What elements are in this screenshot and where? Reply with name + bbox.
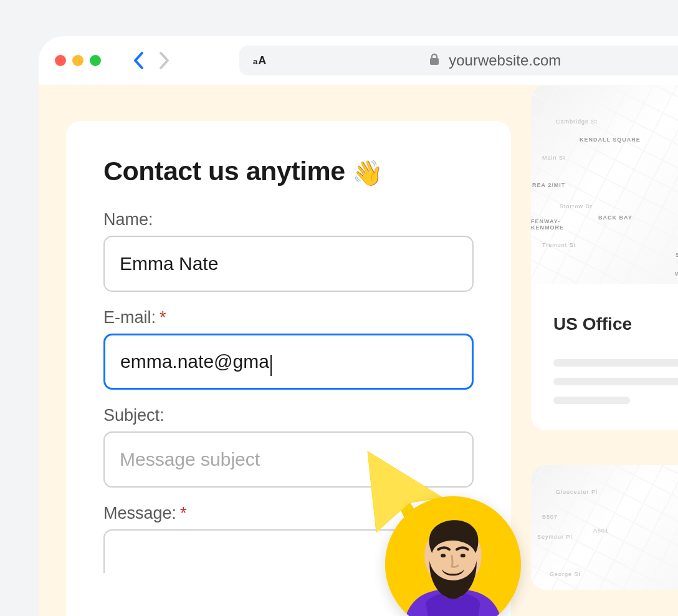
page-title-text: Contact us anytime — [103, 156, 345, 186]
map-label: REA 2/MIT — [532, 182, 565, 188]
field-email: E-mail: * emma.nate@gma — [103, 308, 474, 390]
window-zoom-button[interactable] — [90, 55, 101, 66]
skeleton-line — [553, 397, 630, 404]
map-label: Gloucester Pl — [556, 489, 598, 495]
nav-arrows — [132, 51, 171, 70]
label-subject: Subject: — [103, 406, 474, 425]
message-input[interactable] — [103, 529, 474, 573]
page-viewport: Contact us anytime 👋 Name: E-mail: * — [39, 85, 678, 616]
map-thumbnail[interactable]: CHARL BUNKER H Cambridge St KENDALL SQUA… — [531, 85, 678, 284]
skeleton-line — [553, 378, 678, 385]
nav-back-button[interactable] — [132, 51, 146, 70]
map-label: A501 — [593, 527, 609, 534]
url-text: yourwebsite.com — [449, 52, 561, 69]
office-card-2: Ulster Terra Gloucester Pl A501 B507 Sey… — [531, 465, 678, 590]
field-name: Name: — [103, 210, 474, 292]
map-label: Tremont St — [542, 242, 576, 248]
browser-window: aA yourwebsite.com Contact us anytime 👋 — [39, 36, 678, 616]
browser-chrome: aA yourwebsite.com — [39, 36, 678, 85]
office-card-us: CHARL BUNKER H Cambridge St KENDALL SQUA… — [531, 85, 678, 430]
label-email: E-mail: * — [103, 308, 474, 327]
map-label: SOUTH END — [676, 252, 678, 258]
window-close-button[interactable] — [55, 55, 66, 66]
map-label: George St — [550, 571, 581, 577]
field-message: Message: * — [103, 504, 474, 573]
office-title: US Office — [553, 314, 678, 334]
field-subject: Subject: — [103, 406, 474, 488]
map-label: Seymour Pl — [537, 534, 573, 540]
map-label: KENDALL SQUARE — [580, 137, 641, 143]
window-minimize-button[interactable] — [72, 55, 84, 66]
label-message-text: Message: — [103, 504, 176, 523]
office-info: US Office — [531, 284, 678, 430]
name-input[interactable] — [103, 236, 474, 292]
map-label: SOUTH OF WASHINGTON — [669, 264, 678, 277]
label-message: Message: * — [103, 504, 474, 523]
svg-rect-0 — [430, 58, 439, 65]
required-star: * — [180, 505, 187, 522]
subject-input[interactable] — [103, 431, 474, 488]
text-caret — [270, 355, 272, 376]
map-label: Storrow Dr — [560, 203, 593, 209]
app-stage: aA yourwebsite.com Contact us anytime 👋 — [0, 0, 678, 616]
email-input-value: emma.nate@gma — [120, 351, 269, 372]
contact-form-card: Contact us anytime 👋 Name: E-mail: * — [66, 121, 511, 616]
label-name: Name: — [103, 210, 474, 229]
required-star: * — [160, 309, 166, 326]
wave-emoji: 👋 — [352, 158, 383, 188]
lock-icon — [429, 52, 440, 69]
page-title: Contact us anytime 👋 — [103, 156, 474, 186]
sidebar: CHARL BUNKER H Cambridge St KENDALL SQUA… — [531, 85, 678, 590]
map-thumbnail[interactable]: Ulster Terra Gloucester Pl A501 B507 Sey… — [531, 465, 678, 590]
map-label: Main St — [542, 155, 566, 161]
map-label: FENWAY-KENMORE — [531, 218, 571, 231]
map-label: Cambridge St — [556, 118, 598, 125]
map-label: BACK BAY — [598, 214, 633, 221]
email-input[interactable]: emma.nate@gma — [103, 334, 474, 390]
address-bar[interactable]: aA yourwebsite.com — [239, 46, 678, 75]
label-email-text: E-mail: — [103, 308, 156, 327]
label-name-text: Name: — [103, 210, 153, 229]
nav-forward-button[interactable] — [157, 51, 171, 70]
window-controls — [55, 55, 101, 66]
skeleton-line — [553, 359, 678, 367]
label-subject-text: Subject: — [103, 406, 165, 425]
map-label: B507 — [542, 514, 558, 520]
text-size-control[interactable]: aA — [253, 54, 267, 67]
url-display: yourwebsite.com — [429, 52, 561, 69]
